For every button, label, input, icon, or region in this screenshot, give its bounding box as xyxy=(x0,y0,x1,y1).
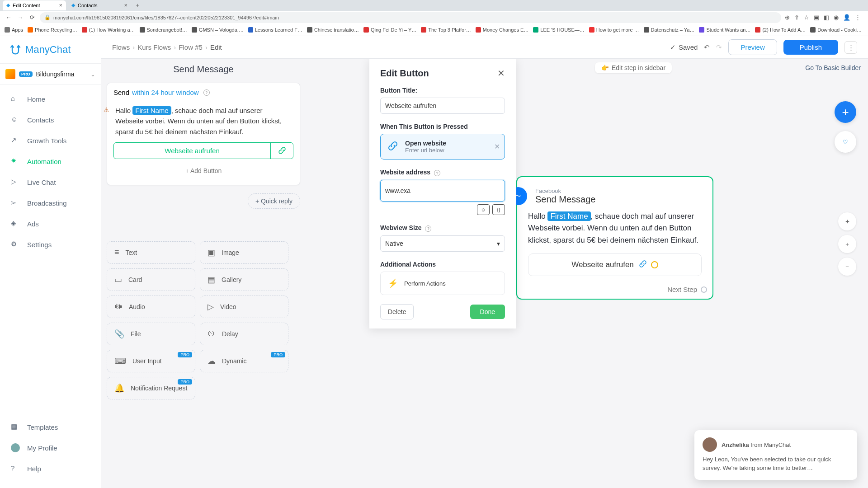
survey-toast[interactable]: Anzhelika from ManyChat Hey Leon, You've… xyxy=(694,430,857,480)
profile-icon[interactable]: 👤 xyxy=(843,14,850,21)
variable-picker-button[interactable]: {} xyxy=(492,204,505,215)
next-step-port[interactable]: Next Step xyxy=(667,286,707,293)
bookmark-item[interactable]: Apps xyxy=(5,27,23,33)
message-editor[interactable]: Send within 24 hour window ? ⚠ Hallo Fir… xyxy=(107,83,300,185)
open-website-action[interactable]: Open website Enter url below ✕ xyxy=(380,134,505,160)
block-tile-dynamic[interactable]: ☁DynamicPRO xyxy=(200,350,288,372)
send-window-link[interactable]: within 24 hour window xyxy=(132,89,199,96)
share-icon[interactable]: ⇪ xyxy=(794,14,799,21)
undo-icon[interactable]: ↶ xyxy=(704,43,710,52)
browser-tab[interactable]: ◆ Edit Content × xyxy=(3,0,66,10)
sidebar-item-settings[interactable]: ⚙Settings xyxy=(0,234,101,255)
sidebar-item-growth[interactable]: ↗Growth Tools xyxy=(0,130,101,151)
message-button[interactable]: Webseite aufrufen xyxy=(113,142,293,159)
menu-icon[interactable]: ⋮ xyxy=(855,14,861,21)
magic-icon[interactable]: ✦ xyxy=(838,212,856,230)
link-icon xyxy=(387,140,399,153)
sidebar-item-home[interactable]: ⌂Home xyxy=(0,89,101,109)
connector-port[interactable] xyxy=(701,286,707,293)
bookmark-item[interactable]: LEE 'S HOUSE—… xyxy=(533,27,584,33)
node-button[interactable]: Webseite aufrufen xyxy=(528,253,702,276)
sidebar-item-profile[interactable]: My Profile xyxy=(0,437,101,458)
bookmark-item[interactable]: Chinese translatio… xyxy=(307,27,359,33)
bookmark-item[interactable]: Money Changes E… xyxy=(476,27,529,33)
zoom-in-button[interactable]: + xyxy=(838,235,856,253)
block-tile-text[interactable]: ≡Text xyxy=(107,241,195,264)
sidebar-item-automation[interactable]: ✷Automation xyxy=(0,151,101,172)
account-switcher[interactable]: PRO Bildungsfirma ⌄ xyxy=(0,63,101,85)
add-button[interactable]: + Add Button xyxy=(113,162,293,179)
sidebar-item-contacts[interactable]: ☺Contacts xyxy=(0,109,101,130)
bookmark-item[interactable]: Sonderangebot!… xyxy=(140,27,187,33)
webview-select[interactable]: Native ▾ xyxy=(380,235,505,252)
sidebar-item-ads[interactable]: ◈Ads xyxy=(0,213,101,234)
emoji-picker-button[interactable]: ☺ xyxy=(477,204,490,215)
preview-button[interactable]: Preview xyxy=(728,39,777,55)
brand-logo[interactable]: ManyChat xyxy=(0,36,101,63)
extension-icon[interactable]: ◧ xyxy=(824,14,829,21)
block-tile-video[interactable]: ▷Video xyxy=(200,296,288,318)
block-tile-card[interactable]: ▭Card xyxy=(107,268,195,291)
remove-icon[interactable]: ✕ xyxy=(494,142,500,151)
block-tile-gallery[interactable]: ▤Gallery xyxy=(200,268,288,291)
extension-icon[interactable]: ▣ xyxy=(814,14,819,21)
crumb[interactable]: Kurs Flows xyxy=(137,43,171,51)
close-icon[interactable]: × xyxy=(124,2,127,9)
favorite-button[interactable]: ♡ xyxy=(835,131,856,153)
bookmark-item[interactable]: Datenschutz – Ya… xyxy=(644,27,695,33)
bookmark-item[interactable]: The Top 3 Platfor… xyxy=(421,27,471,33)
send-message-node[interactable]: ~ Facebook Send Message Hallo First Name… xyxy=(516,176,713,300)
back-icon[interactable]: ← xyxy=(5,14,13,22)
star-icon[interactable]: ☆ xyxy=(804,14,809,21)
publish-button[interactable]: Publish xyxy=(783,40,838,55)
address-bar[interactable]: 🔒 manychat.com/fb198150208192061/cms/fil… xyxy=(40,12,781,23)
block-tile-user-input[interactable]: ⌨User InputPRO xyxy=(107,350,195,372)
add-step-button[interactable]: + xyxy=(835,101,856,123)
zoom-out-button[interactable]: − xyxy=(838,258,856,276)
reload-icon[interactable]: ⟳ xyxy=(28,14,36,22)
browser-tab[interactable]: ◆ Contacts × xyxy=(68,0,131,10)
info-icon[interactable]: ? xyxy=(434,170,440,176)
info-icon[interactable]: ? xyxy=(425,225,431,232)
edit-step-toggle[interactable]: 👉 Edit step in sidebar xyxy=(595,62,672,73)
block-tile-notification-request[interactable]: 🔔Notification RequestPRO xyxy=(107,377,195,399)
message-body[interactable]: ⚠ Hallo First Name, schaue doch mal auf … xyxy=(113,104,293,138)
go-basic-builder[interactable]: Go To Basic Builder xyxy=(805,64,861,71)
delete-button[interactable]: Delete xyxy=(380,304,414,319)
website-url-input[interactable] xyxy=(380,180,505,202)
sidebar-item-templates[interactable]: ▦Templates xyxy=(0,417,101,437)
extension-icon[interactable]: ◉ xyxy=(834,14,839,21)
bookmark-item[interactable]: (2) How To Add A… xyxy=(755,27,806,33)
new-tab-button[interactable]: + xyxy=(133,1,142,10)
bookmark-item[interactable]: GMSN – Vologda,… xyxy=(192,27,244,33)
close-icon[interactable]: × xyxy=(59,2,62,9)
sidebar-item-livechat[interactable]: ▷Live Chat xyxy=(0,172,101,192)
block-tile-delay[interactable]: ⏲Delay xyxy=(200,323,288,345)
forward-icon[interactable]: → xyxy=(16,14,24,22)
close-icon[interactable]: ✕ xyxy=(497,68,505,79)
more-menu[interactable]: ⋮ xyxy=(844,41,857,54)
done-button[interactable]: Done xyxy=(470,305,505,319)
translate-icon[interactable]: ⊕ xyxy=(785,14,790,21)
bookmark-item[interactable]: Phone Recycling… xyxy=(28,27,77,33)
variable-chip[interactable]: First Name xyxy=(132,106,171,115)
block-tile-file[interactable]: 📎File xyxy=(107,323,195,345)
crumb[interactable]: Flows xyxy=(112,43,130,51)
block-tile-image[interactable]: ▣Image xyxy=(200,241,288,264)
block-tile-audio[interactable]: 🕪Audio xyxy=(107,296,195,318)
bookmark-item[interactable]: Qing Fei De Yi – Y… xyxy=(363,27,416,33)
crumb[interactable]: Flow #5 xyxy=(179,43,203,51)
info-icon[interactable]: ? xyxy=(203,89,210,96)
bookmark-item[interactable]: Lessons Learned F… xyxy=(248,27,302,33)
button-title-input[interactable] xyxy=(380,98,505,114)
sidebar-item-help[interactable]: ?Help xyxy=(0,458,101,479)
favicon xyxy=(699,27,704,33)
add-quick-reply[interactable]: + Quick reply xyxy=(248,193,300,209)
bookmark-item[interactable]: How to get more … xyxy=(589,27,639,33)
bookmark-item[interactable]: Download - Cooki… xyxy=(810,27,862,33)
flow-canvas[interactable]: 👉 Edit step in sidebar Go To Basic Build… xyxy=(101,59,868,488)
sidebar-item-broadcasting[interactable]: ▻Broadcasting xyxy=(0,192,101,213)
bookmark-item[interactable]: (1) How Working a… xyxy=(82,27,135,33)
bookmark-item[interactable]: Student Wants an… xyxy=(699,27,750,33)
perform-actions-button[interactable]: ⚡ Perform Actions xyxy=(380,272,505,295)
